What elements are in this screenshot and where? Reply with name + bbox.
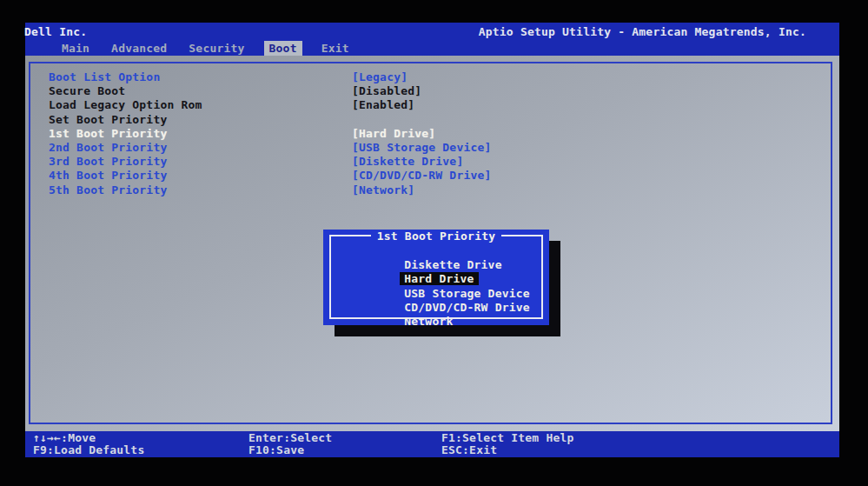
hint-row-2: F9:Load Defaults F10:Save ESC:Exit: [33, 444, 839, 456]
setting-value: [CD/DVD/CD-RW Drive]: [352, 169, 492, 183]
bios-screen: Dell Inc. Aptio Setup Utility - American…: [25, 23, 839, 457]
row-2nd-boot-priority[interactable]: 2nd Boot Priority [USB Storage Device]: [25, 141, 839, 155]
hint-row-1: ↑↓→←:Move Enter:Select F1:Select Item He…: [33, 432, 839, 444]
option-diskette-drive[interactable]: Diskette Drive: [335, 244, 540, 258]
setting-label: Boot List Option: [49, 70, 160, 84]
setting-value: [Legacy]: [352, 70, 407, 84]
dialog-option-list: Diskette Drive Hard Drive USB Storage De…: [335, 244, 540, 315]
title-bar: Dell Inc. Aptio Setup Utility - American…: [25, 23, 839, 41]
tab-security[interactable]: Security: [186, 42, 247, 56]
setting-value: [USB Storage Device]: [352, 141, 492, 155]
row-4th-boot-priority[interactable]: 4th Boot Priority [CD/DVD/CD-RW Drive]: [25, 169, 839, 183]
row-5th-boot-priority[interactable]: 5th Boot Priority [Network]: [25, 183, 839, 197]
tab-boot[interactable]: Boot: [264, 41, 302, 56]
vendor-name: Dell Inc.: [23, 25, 87, 38]
setting-value: [Hard Drive]: [352, 127, 435, 141]
setting-label: Secure Boot: [49, 84, 125, 98]
tab-main[interactable]: Main: [59, 42, 92, 56]
setting-value: [Disabled]: [352, 84, 421, 98]
setting-value: [Enabled]: [352, 98, 414, 112]
boot-priority-dialog: 1st Boot Priority Diskette Drive Hard Dr…: [323, 230, 549, 325]
hint-esc-exit: ESC:Exit: [441, 444, 839, 456]
row-load-legacy-option-rom[interactable]: Load Legacy Option Rom [Enabled]: [25, 98, 839, 112]
setting-label: 2nd Boot Priority: [49, 141, 167, 155]
setting-label: Load Legacy Option Rom: [49, 98, 202, 112]
tab-advanced[interactable]: Advanced: [109, 42, 169, 56]
settings-pane: Boot List Option [Legacy] Secure Boot [D…: [25, 56, 839, 431]
tab-exit[interactable]: Exit: [319, 42, 352, 56]
setting-value: [Network]: [352, 183, 414, 197]
hint-f1-help: F1:Select Item Help: [441, 432, 839, 444]
hint-f9-load-defaults: F9:Load Defaults: [33, 444, 248, 456]
highlighted-option: Hard Drive: [400, 272, 478, 285]
hint-move: ↑↓→←:Move: [33, 432, 248, 444]
row-boot-list-option[interactable]: Boot List Option [Legacy]: [25, 70, 839, 84]
row-secure-boot[interactable]: Secure Boot [Disabled]: [25, 84, 839, 98]
row-1st-boot-priority[interactable]: 1st Boot Priority [Hard Drive]: [25, 127, 839, 141]
menu-bar: Main Advanced Security Boot Exit: [25, 41, 839, 56]
dialog-title: 1st Boot Priority: [323, 230, 549, 243]
setting-label: Set Boot Priority: [49, 113, 167, 127]
setting-label: 1st Boot Priority: [49, 127, 167, 141]
setting-value: [Diskette Drive]: [352, 155, 463, 169]
bios-photo-canvas: { "window": { "vendor": "Dell Inc.", "ut…: [0, 0, 868, 486]
key-hint-bar: ↑↓→←:Move Enter:Select F1:Select Item He…: [25, 431, 839, 457]
setting-label: 4th Boot Priority: [49, 169, 167, 183]
utility-title: Aptio Setup Utility - American Megatrend…: [479, 25, 839, 38]
boot-settings-list: Boot List Option [Legacy] Secure Boot [D…: [25, 70, 839, 197]
hint-enter-select: Enter:Select: [248, 432, 441, 444]
row-3rd-boot-priority[interactable]: 3rd Boot Priority [Diskette Drive]: [25, 155, 839, 169]
row-set-boot-priority: Set Boot Priority: [25, 113, 839, 127]
setting-label: 5th Boot Priority: [49, 183, 167, 197]
setting-label: 3rd Boot Priority: [49, 155, 167, 169]
hint-f10-save: F10:Save: [248, 444, 441, 456]
